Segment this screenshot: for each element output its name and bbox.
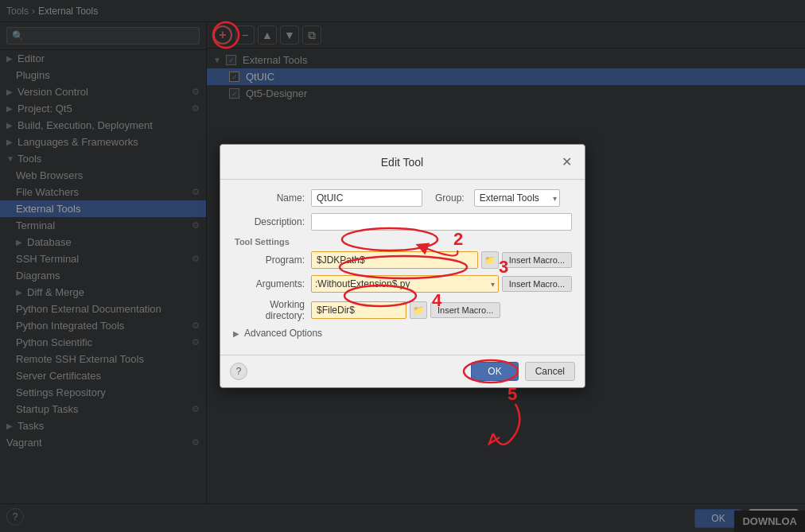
modal-footer: ? OK Cancel <box>220 355 585 387</box>
description-row: Description: <box>233 213 572 231</box>
working-dir-input-group: 📁 Insert Macro... <box>311 301 572 319</box>
working-dir-browse-button[interactable]: 📁 <box>410 301 427 319</box>
program-label: Program: <box>233 254 305 266</box>
program-browse-button[interactable]: 📁 <box>481 251 499 269</box>
arguments-input-group: ▾ Insert Macro... <box>311 275 572 293</box>
modal-backdrop[interactable]: Edit Tool ✕ Name: Group: External Tools … <box>0 0 805 532</box>
program-insert-macro-button[interactable]: Insert Macro... <box>502 252 572 268</box>
name-label: Name: <box>233 192 305 204</box>
edit-tool-dialog: Edit Tool ✕ Name: Group: External Tools … <box>220 144 585 388</box>
modal-header: Edit Tool ✕ <box>220 145 585 180</box>
arguments-input[interactable] <box>312 276 488 292</box>
tool-settings-section: Tool Settings Program: 📁 Insert Macro...… <box>233 237 572 321</box>
modal-close-button[interactable]: ✕ <box>558 153 575 171</box>
arguments-row: Arguments: ▾ Insert Macro... <box>233 275 572 293</box>
working-dir-insert-macro-button[interactable]: Insert Macro... <box>430 302 500 318</box>
modal-help-button[interactable]: ? <box>230 363 247 380</box>
advanced-expand-icon: ▶ <box>233 329 239 338</box>
working-dir-input[interactable] <box>311 301 406 319</box>
name-input[interactable] <box>311 189 422 207</box>
program-input-group: 📁 Insert Macro... <box>311 251 572 269</box>
program-input[interactable] <box>311 251 478 269</box>
tool-settings-header: Tool Settings <box>233 237 572 247</box>
advanced-options-label: Advanced Options <box>244 328 322 339</box>
modal-body: Name: Group: External Tools ▾ Descriptio… <box>220 180 585 355</box>
group-select[interactable]: External Tools <box>474 189 560 207</box>
group-select-wrapper: External Tools ▾ <box>474 189 560 207</box>
group-label: Group: <box>435 192 465 204</box>
combo-arrow-icon[interactable]: ▾ <box>488 280 498 289</box>
working-dir-label: Working directory: <box>233 299 305 321</box>
footer-buttons: OK Cancel <box>471 362 575 381</box>
modal-title: Edit Tool <box>246 156 558 169</box>
arguments-insert-macro-button[interactable]: Insert Macro... <box>502 276 572 292</box>
arguments-combo: ▾ <box>311 275 499 293</box>
description-label: Description: <box>233 216 305 227</box>
working-dir-row: Working directory: 📁 Insert Macro... <box>233 299 572 321</box>
settings-dialog: Tools › External Tools ▶ Editor Plugins … <box>0 0 805 532</box>
program-row: Program: 📁 Insert Macro... <box>233 251 572 269</box>
arguments-label: Arguments: <box>233 278 305 289</box>
advanced-options-section[interactable]: ▶ Advanced Options <box>233 328 572 339</box>
modal-ok-button[interactable]: OK <box>471 362 518 381</box>
description-input[interactable] <box>311 213 572 231</box>
name-group-row: Name: Group: External Tools ▾ <box>233 189 572 207</box>
modal-cancel-button[interactable]: Cancel <box>525 362 575 381</box>
